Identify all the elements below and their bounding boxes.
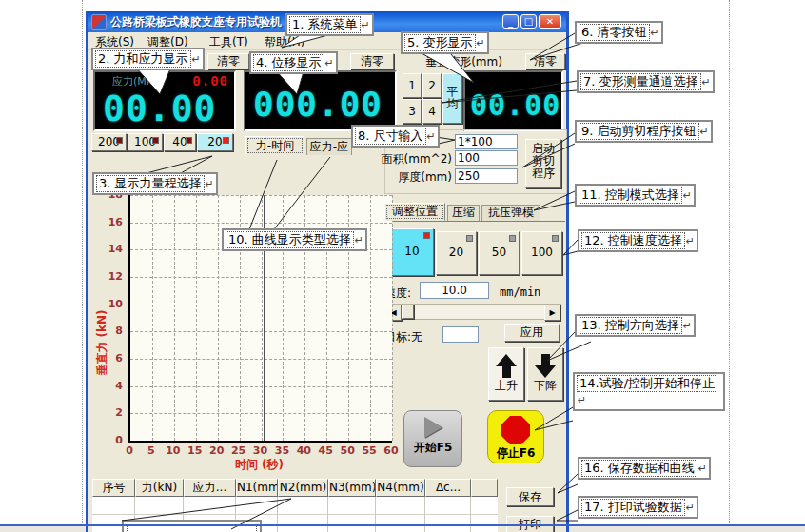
down-button[interactable]: 下降: [527, 347, 563, 401]
close-button[interactable]: ✕: [539, 14, 561, 29]
return-mark-icon: ↵: [686, 502, 695, 514]
scrollbar-thumb[interactable]: [402, 305, 414, 319]
crosshair-horizontal: [130, 305, 392, 305]
callout-text: 2. 力和应力显示: [95, 50, 191, 68]
down-arrow-icon: [535, 365, 556, 378]
range-40-button[interactable]: 40: [164, 133, 196, 151]
app-window: 公路桥梁板式橡胶支座专用试验机 _ □ ✕ 系统(S) 调整(D) 工具(T) …: [86, 11, 569, 532]
callout-size-input: 8. 尺寸输入↵: [351, 125, 440, 148]
range-label: 20: [207, 135, 222, 148]
return-mark-icon: ↵: [702, 76, 711, 89]
callout-text: 9. 启动剪切程序按钮: [579, 123, 699, 140]
deformation-title: 垂直变形(mm): [404, 54, 523, 70]
up-button[interactable]: 上升: [488, 347, 524, 401]
range-200-button[interactable]: 200: [91, 133, 127, 151]
up-label: 上升: [489, 378, 523, 394]
speed-scrollbar[interactable]: ◀ ▶: [384, 304, 561, 320]
x-tick-label: 50: [339, 444, 356, 457]
gridline-v: [392, 195, 393, 441]
x-axis-ticks: 051015202530354045505560: [128, 444, 392, 456]
channel-1-button[interactable]: 1: [402, 73, 422, 98]
callout-text: 5. 变形显示: [404, 34, 476, 51]
callout-text: 16. 保存数据和曲线: [581, 460, 697, 477]
return-mark-icon: ↵: [651, 27, 659, 39]
speed-indicator-icon: [466, 235, 473, 242]
speed-label: 20: [449, 246, 463, 259]
channel-4-button[interactable]: 4: [422, 99, 442, 124]
scrollbar-right-arrow-icon[interactable]: ▶: [544, 305, 560, 321]
window-title: 公路桥梁板式橡胶支座专用试验机: [110, 14, 424, 30]
force-display: 应力(MPa) 0.00 00.00: [93, 70, 236, 131]
callout-text: 13. 控制方向选择: [579, 317, 682, 334]
range-100-button[interactable]: 100: [128, 133, 163, 151]
maximize-button[interactable]: □: [520, 14, 537, 29]
speed-20-button[interactable]: 20: [436, 231, 477, 275]
channel-2-button[interactable]: 2: [422, 73, 442, 98]
x-tick-label: 10: [165, 444, 182, 457]
col-header-n1: N1(mm): [236, 479, 278, 497]
down-label: 下降: [528, 378, 562, 394]
play-icon: [424, 417, 442, 438]
speed-10-button-selected[interactable]: 10: [390, 228, 434, 276]
callout-print-data: 17. 打印试验数据↵: [578, 496, 698, 519]
gridline-v: [196, 195, 197, 441]
displacement-clear-button[interactable]: 清零: [350, 53, 394, 69]
callout-deformation-display: 5. 变形显示↵: [401, 31, 489, 54]
tab-force-time[interactable]: 力-时间: [245, 136, 304, 155]
return-mark-icon: ↵: [355, 234, 363, 246]
speed-label: 10: [404, 245, 419, 258]
table-row-divider: [92, 514, 498, 515]
apply-button[interactable]: 应用: [504, 324, 560, 342]
callout-system-menu: 1. 系统菜单↵: [285, 13, 374, 36]
area-label: 面积(mm^2): [374, 151, 452, 167]
callout-force-range-select: 3. 显示力量程选择↵: [92, 172, 218, 195]
save-button[interactable]: 保存: [506, 487, 554, 506]
channel-average-button[interactable]: 平均: [442, 73, 462, 124]
callout-text: 14.试验/控制开始和停止: [577, 375, 717, 392]
stop-button[interactable]: 停止F6: [487, 410, 544, 463]
return-mark-icon: ↵: [192, 53, 201, 66]
start-button[interactable]: 开始F5: [403, 410, 462, 467]
size-input[interactable]: [455, 134, 518, 149]
range-indicator-icon: [152, 137, 159, 144]
return-mark-icon: ↵: [206, 178, 214, 190]
deformation-clear-button[interactable]: 清零: [525, 53, 565, 69]
y-tick-label: 4: [115, 380, 123, 392]
gridline-v: [152, 195, 153, 441]
callout-channel-select: 7. 变形测量通道选择↵: [577, 70, 715, 93]
col-header-n4: N4(mm): [376, 479, 425, 497]
x-tick-label: 15: [187, 444, 204, 457]
callout-control-mode-select: 11. 控制模式选择↵: [575, 184, 696, 207]
minimize-button[interactable]: _: [502, 14, 519, 29]
menu-tools[interactable]: 工具(T): [209, 34, 248, 50]
callout-text: 17. 打印试验数据: [581, 499, 685, 516]
speed-indicator-icon: [509, 235, 516, 242]
channel-3-button[interactable]: 3: [402, 99, 422, 124]
thickness-input[interactable]: [455, 168, 518, 184]
tab-compression[interactable]: 压缩: [447, 205, 480, 221]
target-input[interactable]: [442, 326, 479, 343]
speed-value-input[interactable]: [420, 282, 489, 299]
speed-100-button[interactable]: 100: [521, 231, 562, 275]
callout-clear-button: 6. 清零按钮↵: [575, 21, 663, 44]
up-arrow-stem-icon: [502, 366, 511, 378]
stress-label: 应力(MPa): [112, 74, 163, 89]
menu-help[interactable]: 帮助(H): [265, 34, 304, 50]
tab-compression-modulus[interactable]: 抗压弹模: [481, 205, 540, 221]
y-tick-label: 2: [115, 406, 123, 419]
tab-stress-strain[interactable]: 应力-应: [306, 138, 352, 155]
x-tick-label: 0: [121, 444, 138, 457]
col-header-extra: [471, 479, 498, 497]
x-tick-label: 5: [143, 444, 160, 457]
force-clear-button[interactable]: 清零: [207, 53, 249, 69]
stress-value: 0.00: [192, 73, 228, 89]
page-border-line: [0, 524, 805, 526]
area-input[interactable]: [455, 150, 518, 166]
start-shear-program-button[interactable]: 启动剪切程序: [525, 139, 561, 188]
speed-50-button[interactable]: 50: [479, 231, 520, 275]
tab-adjust-position[interactable]: 调整位置: [384, 203, 445, 221]
callout-start-stop: 14.试验/控制开始和停止↵: [573, 372, 725, 411]
speed-label: 100: [531, 246, 553, 259]
range-20-button-selected[interactable]: 20: [197, 133, 233, 151]
range-indicator-icon: [223, 137, 229, 144]
